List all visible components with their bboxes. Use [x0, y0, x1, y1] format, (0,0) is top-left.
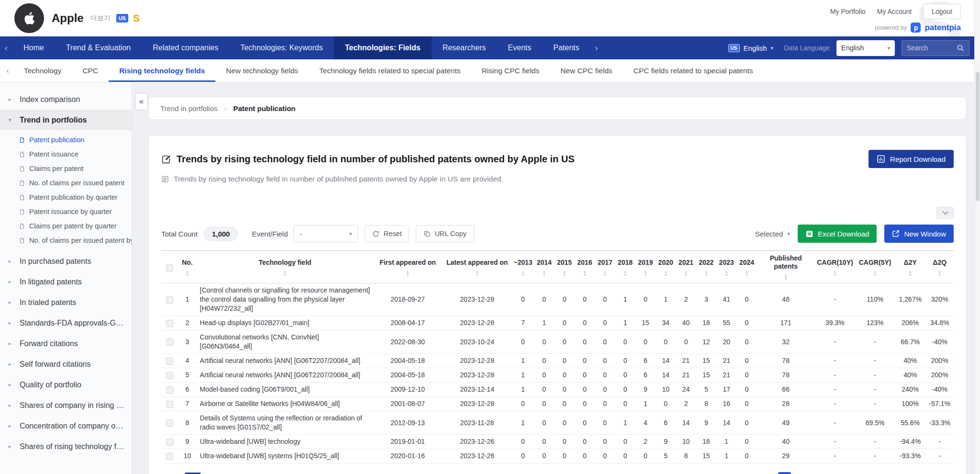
url-copy-button[interactable]: URL Copy [416, 225, 474, 242]
sort-icon[interactable]: ▲▼ [908, 270, 912, 277]
sort-icon[interactable]: ▲▼ [624, 270, 627, 277]
sidebar-item-in-trialed-patents[interactable]: ▸In trialed patents [0, 292, 132, 313]
nav-item-events[interactable]: Events [497, 36, 542, 59]
sidebar-collapse-button[interactable]: « [135, 93, 148, 110]
sidebar-item-self-forward-citations[interactable]: ▸Self forward citations [0, 354, 132, 374]
sidebar-item-standards-fda-approvals-govern[interactable]: ▸Standards-FDA approvals-Govern… [0, 313, 132, 333]
search-icon[interactable] [957, 44, 964, 52]
sort-icon[interactable]: ▲▼ [704, 270, 708, 277]
logout-button[interactable]: Logout [923, 4, 961, 19]
sidebar-subitem-patent-issuance-by-quarter[interactable]: Patent issuance by quarter [0, 204, 132, 219]
page-1[interactable]: 1 [778, 472, 791, 474]
sidebar-subitem-claims-per-patent[interactable]: Claims per patent [0, 161, 132, 176]
sidebar-subitem-no-of-claims-per-issued-patent-by-qua[interactable]: No. of claims per issued patent by qua… [0, 233, 132, 248]
tab-new-cpc-fields[interactable]: New CPC fields [550, 59, 623, 82]
row-checkbox[interactable] [166, 386, 173, 394]
sidebar-item-shares-of-company-in-rising-techn[interactable]: ▸Shares of company in rising techn… [0, 395, 132, 416]
row-checkbox[interactable] [166, 296, 173, 304]
excel-download-button[interactable]: Excel Download [798, 225, 877, 243]
sort-icon[interactable]: ▲▼ [784, 274, 788, 281]
patentpia-wordmark[interactable]: patentpia [924, 23, 961, 33]
search-input[interactable] [907, 44, 957, 52]
sidebar-subitem-patent-publication-by-quarter[interactable]: Patent publication by quarter [0, 190, 132, 204]
sort-icon[interactable]: ▲▼ [406, 270, 410, 277]
sidebar-item-quality-of-portfolio[interactable]: ▸Quality of portfolio [0, 374, 132, 395]
sort-icon[interactable]: ▲▼ [583, 270, 587, 277]
sort-icon[interactable]: ▲▼ [938, 270, 942, 277]
tab-cpc-fields-related-to-special-patents[interactable]: CPC fields related to special patents [623, 59, 764, 82]
page-4[interactable]: 4 [827, 472, 840, 474]
site-language-dropdown[interactable]: US English ▾ [728, 44, 774, 52]
pagination-next-icon[interactable]: › [941, 472, 954, 474]
new-window-button[interactable]: New Window [884, 225, 954, 243]
nav-item-technologies-keywords[interactable]: Technologies: Keywords [229, 36, 334, 59]
sidebar-item-trend-in-portfolios[interactable]: ▾Trend in portfolios [0, 110, 132, 130]
pagination-prev-icon[interactable]: ‹ [762, 472, 775, 474]
tab-new-technology-fields[interactable]: New technology fields [215, 59, 309, 82]
sort-icon[interactable]: ▲▼ [724, 270, 728, 277]
page-3[interactable]: 3 [811, 472, 824, 474]
sidebar-subitem-claims-per-patent-by-quarter[interactable]: Claims per patent by quarter [0, 219, 132, 233]
page-8[interactable]: 8 [892, 472, 905, 474]
page-scrollbar[interactable] [974, 0, 980, 474]
sort-icon[interactable]: ▲▼ [684, 270, 688, 277]
sort-icon[interactable]: ▲▼ [283, 270, 287, 277]
sidebar-item-shares-of-rising-technology-field-i[interactable]: ▸Shares of rising technology field i… [0, 436, 132, 457]
sort-icon[interactable]: ▲▼ [873, 270, 877, 277]
nav-item-researchers[interactable]: Researchers [432, 36, 497, 59]
my-account-link[interactable]: My Account [877, 8, 912, 15]
row-checkbox[interactable] [166, 419, 173, 427]
more-link[interactable]: 더보기 [90, 14, 111, 23]
sidebar-item-index-comparison[interactable]: ▸Index comparison [0, 89, 132, 110]
scrollbar-thumb[interactable] [976, 72, 980, 201]
subnav-scroll-left-icon[interactable]: ‹ [2, 59, 13, 82]
sort-icon[interactable]: ▲▼ [563, 270, 567, 277]
row-checkbox[interactable] [166, 320, 173, 327]
tab-technology-fields-related-to-special-patents[interactable]: Technology fields related to special pat… [309, 59, 471, 82]
nav-item-patents[interactable]: Patents [542, 36, 590, 59]
page-7[interactable]: 7 [876, 472, 889, 474]
sidebar-subitem-patent-issuance[interactable]: Patent issuance [0, 147, 132, 161]
page-6[interactable]: 6 [859, 472, 872, 474]
nav-item-technologies-fields[interactable]: Technologies: Fields [334, 36, 432, 59]
sort-icon[interactable]: ▲▼ [603, 270, 607, 277]
nav-scroll-left-icon[interactable]: ‹ [0, 43, 12, 53]
chart-expand-button[interactable] [936, 207, 954, 219]
reset-button[interactable]: Reset [365, 225, 409, 242]
nav-item-home[interactable]: Home [12, 36, 55, 59]
page-2[interactable]: 2 [794, 472, 807, 474]
page-10[interactable]: 10 [924, 472, 937, 474]
tab-rising-cpc-fields[interactable]: Rising CPC fields [471, 59, 550, 82]
page-9[interactable]: 9 [908, 472, 921, 474]
sidebar-item-forward-citations[interactable]: ▸Forward citations [0, 333, 132, 354]
page-5[interactable]: 5 [843, 472, 856, 474]
sidebar-subitem-patent-publication[interactable]: Patent publication [0, 133, 132, 147]
select-all-checkbox[interactable] [166, 264, 173, 271]
row-checkbox[interactable] [166, 401, 173, 408]
nav-scroll-right-icon[interactable]: › [590, 43, 603, 53]
data-language-select[interactable]: English ▾ [836, 40, 895, 56]
tab-cpc[interactable]: CPC [72, 59, 109, 82]
my-portfolio-link[interactable]: My Portfolio [830, 8, 866, 15]
sort-icon[interactable]: ▲▼ [664, 270, 668, 277]
tab-technology[interactable]: Technology [13, 59, 72, 82]
sort-icon[interactable]: ▲▼ [542, 270, 546, 277]
report-download-button[interactable]: Report Download [869, 150, 954, 168]
sidebar-item-in-litigated-patents[interactable]: ▸In litigated patents [0, 271, 132, 292]
selected-dropdown[interactable]: Selected ▾ [755, 230, 790, 238]
sort-icon[interactable]: ▲▼ [745, 270, 749, 277]
sort-icon[interactable]: ▲▼ [833, 270, 837, 277]
row-checkbox[interactable] [166, 453, 173, 460]
sidebar-item-in-purchased-patents[interactable]: ▸In purchased patents [0, 251, 132, 271]
row-checkbox[interactable] [166, 372, 173, 379]
breadcrumb-parent[interactable]: Trend in portfolios [160, 104, 218, 113]
limit-option-10[interactable]: 10 [185, 473, 201, 474]
sort-icon[interactable]: ▲▼ [521, 270, 525, 277]
sort-icon[interactable]: ▲▼ [475, 270, 479, 277]
sidebar-item-concentration-of-company-on-tec[interactable]: ▸Concentration of company on tec… [0, 416, 132, 436]
event-field-select[interactable]: - ▾ [293, 225, 358, 242]
sort-icon[interactable]: ▲▼ [185, 270, 189, 277]
tab-rising-technology-fields[interactable]: Rising technology fields [109, 59, 215, 82]
row-checkbox[interactable] [166, 339, 173, 346]
row-checkbox[interactable] [166, 358, 173, 365]
